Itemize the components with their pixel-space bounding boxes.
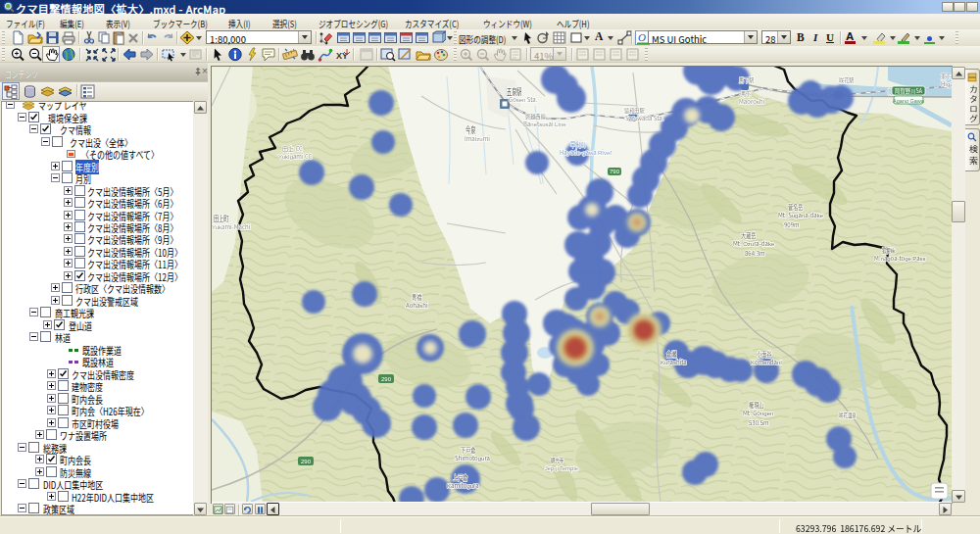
svg-text:Hayade-gawa River: Hayade-gawa River [560, 148, 612, 157]
svg-text:咲花温泉: 咲花温泉 [839, 411, 857, 419]
svg-text:Mt. Gongen: Mt. Gongen [743, 409, 773, 417]
svg-text:290: 290 [381, 376, 392, 382]
svg-text:Aohashi: Aohashi [406, 301, 428, 310]
svg-text:Maoroshi: Maoroshi [739, 97, 764, 106]
svg-text:馬下駅: 馬下駅 [739, 75, 755, 84]
svg-text:O: O [638, 31, 646, 43]
svg-text:Banetsusai Line: Banetsusai Line [523, 120, 566, 128]
svg-text:864.3m: 864.3m [745, 249, 765, 258]
svg-text:909m: 909m [784, 220, 800, 229]
svg-text:観光寺: 観光寺 [551, 456, 564, 464]
svg-text:XY: XY [336, 51, 348, 61]
svg-text:790: 790 [610, 169, 620, 174]
svg-text:Agano Gawa: Agano Gawa [893, 98, 925, 104]
svg-text:M.nagoa-toge Pass: M.nagoa-toge Pass [874, 254, 926, 263]
svg-text:Higashi: Higashi [941, 79, 952, 88]
svg-text:Shimotogura: Shimotogura [455, 454, 490, 462]
svg-text:Mt. Sugana-dake: Mt. Sugana-dake [778, 211, 824, 219]
svg-text:Yukigami CC: Yukigami CC [278, 152, 313, 161]
svg-text:290: 290 [301, 459, 312, 464]
svg-text:Yukami-Machi: Yukami-Machi [212, 222, 251, 231]
svg-text:Kamitogura: Kamitogura [447, 481, 479, 490]
svg-text:Imaizumi: Imaizumi [465, 134, 490, 143]
svg-text:咲花駅: 咲花駅 [839, 75, 855, 84]
svg-text:Jep-ji Temple: Jep-ji Temple [545, 464, 578, 472]
svg-text:530.5m: 530.5m [749, 418, 769, 427]
svg-text:Komendani: Komendani [751, 358, 782, 366]
svg-text:Gosen Sta.: Gosen Sta. [509, 95, 538, 104]
svg-text:Kurashita: Kurashita [661, 358, 687, 366]
svg-text:阿賀野川SA: 阿賀野川SA [895, 86, 922, 95]
svg-text:Mt. Ozura-dake: Mt. Ozura-dake [733, 239, 775, 248]
svg-text:Saruwada Sta.: Saruwada Sta. [625, 114, 664, 122]
